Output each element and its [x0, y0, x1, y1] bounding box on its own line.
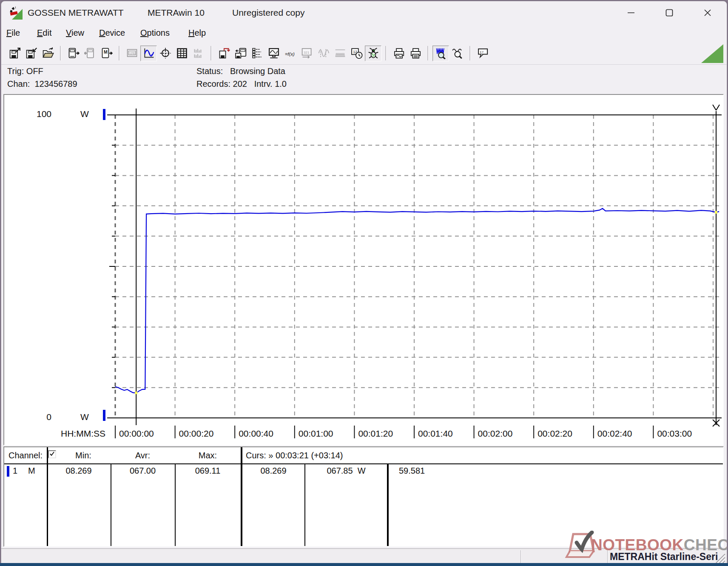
- minimize-button[interactable]: [619, 4, 643, 22]
- channel-status: Chan: 123456789: [7, 79, 77, 89]
- cell-avr: 067.00: [111, 466, 175, 476]
- x-tick-label: 00:01:00: [299, 429, 333, 438]
- read-device-icon: [68, 47, 80, 59]
- curve-view-button[interactable]: [140, 46, 157, 61]
- print-preview-icon: [393, 47, 405, 59]
- resize-grip[interactable]: [714, 552, 725, 563]
- table-view-icon: [176, 47, 188, 59]
- toolbar-separator: [385, 46, 387, 60]
- app-logo-icon: [9, 6, 23, 20]
- table-divider: [387, 464, 389, 546]
- browse-status: Status: Browsing Data: [196, 66, 285, 76]
- trigger-status: Trig: OFF: [7, 66, 43, 76]
- table-view-button[interactable]: [173, 46, 190, 61]
- export-data-button[interactable]: [216, 46, 232, 61]
- statusbar-divider: [520, 550, 521, 563]
- cell-delta: 59.581: [399, 466, 425, 476]
- col-header-cursor: Curs: » 00:03:21 (+03:14): [246, 451, 343, 460]
- y-unit-bottom-label: W: [80, 412, 89, 422]
- print-preview-button[interactable]: [390, 46, 407, 61]
- numeric-321-button: 321: [299, 46, 315, 61]
- table-divider: [175, 464, 176, 546]
- x-tick-label: 00:00:20: [179, 429, 214, 438]
- print-button[interactable]: [407, 46, 424, 61]
- app-window: GOSSEN METRAWATT METRAwin 10 Unregistere…: [1, 1, 727, 564]
- toolbar-separator: [469, 46, 471, 60]
- toolbar-separator: [119, 46, 120, 60]
- cell-max: 069.11: [175, 466, 241, 476]
- send-device-icon: [84, 47, 96, 59]
- tooltip-hint-button[interactable]: 1?: [475, 46, 491, 61]
- menu-options[interactable]: Options: [140, 28, 170, 38]
- x-tick-label: 00:02:40: [597, 429, 632, 438]
- zoom-signal-button[interactable]: [432, 46, 449, 61]
- channel-color-marker: [7, 466, 9, 477]
- numeric-display-icon: 1252: [126, 47, 138, 59]
- status-bar: METRAHit Starline-Seri: [1, 549, 727, 564]
- save-as-button[interactable]: [23, 46, 40, 61]
- x-tick-label: 00:03:00: [657, 429, 692, 438]
- debug-monitor-button[interactable]: [365, 46, 381, 61]
- x-tick-label: 00:00:00: [119, 429, 154, 438]
- channel-setup-button[interactable]: [249, 46, 265, 61]
- device-config-button[interactable]: [232, 46, 249, 61]
- time-setup-button[interactable]: 12: [348, 46, 365, 61]
- cell-min: 08.269: [47, 466, 111, 476]
- wave-envelope-icon: [334, 47, 346, 59]
- x-tick-label: 00:01:40: [418, 429, 453, 438]
- app-title: METRAwin 10: [148, 8, 205, 18]
- y-max-label: 100: [37, 109, 51, 119]
- toolbar-separator: [210, 46, 212, 60]
- cursor2-top-marker: [713, 105, 719, 110]
- y-max-channel-marker: [103, 109, 105, 120]
- save-as-icon: [26, 47, 37, 59]
- menu-device[interactable]: Device: [99, 28, 125, 38]
- table-divider: [111, 464, 111, 546]
- y-min-label: 0: [46, 412, 51, 422]
- device-config-icon: [235, 47, 247, 59]
- channel-visible-checkbox[interactable]: [48, 450, 56, 458]
- power-chart[interactable]: 100W0WHH:MM:SS00:00:0000:00:2000:00:4000…: [4, 95, 723, 445]
- debug-monitor-icon: [367, 47, 379, 59]
- menu-bar: FileEditViewDeviceOptionsHelp: [1, 26, 727, 42]
- cell-cursor1: 08.269: [242, 466, 304, 476]
- taskbar-edge: [0, 563, 728, 566]
- cell-channel-no: 1: [13, 466, 17, 476]
- curve-view-icon: [143, 47, 155, 59]
- monitor-view-button[interactable]: [265, 46, 282, 61]
- numeric-display-button: 1252: [124, 46, 140, 61]
- menu-view[interactable]: View: [66, 28, 84, 38]
- maximize-button[interactable]: [657, 4, 682, 22]
- x-axis-title: HH:MM:SS: [61, 429, 105, 438]
- time-setup-icon: 12: [351, 47, 363, 59]
- toolbar-separator: [427, 46, 429, 60]
- save-file-button[interactable]: [6, 46, 23, 61]
- memory-device-button[interactable]: M: [98, 46, 115, 61]
- menu-help[interactable]: Help: [188, 28, 206, 38]
- col-header-max: Max:: [175, 451, 241, 460]
- open-file-button[interactable]: [40, 46, 56, 61]
- svg-text:=f(x): =f(x): [285, 51, 295, 57]
- wave-cursors-button: [315, 46, 332, 61]
- formula-fx-button[interactable]: =f(x): [282, 46, 299, 61]
- statusbar-divider: [607, 550, 608, 563]
- menu-edit[interactable]: Edit: [37, 28, 51, 38]
- close-button[interactable]: [695, 4, 720, 22]
- zoom-wave-button[interactable]: [449, 46, 466, 61]
- x-tick-label: 00:02:00: [478, 429, 513, 438]
- print-icon: [410, 47, 421, 59]
- send-device-button: [82, 46, 98, 61]
- svg-text:1252: 1252: [129, 52, 136, 55]
- measurement-table: Channel: Min: Avr: Max: Curs: » 00:03:21…: [3, 446, 724, 547]
- table-header-underline: [4, 463, 723, 464]
- zoom-signal-icon: [435, 47, 447, 59]
- cursor-crosshair-button[interactable]: [157, 46, 173, 61]
- read-device-button[interactable]: [65, 46, 82, 61]
- title-bar: GOSSEN METRAWATT METRAwin 10 Unregistere…: [1, 1, 727, 26]
- menu-file[interactable]: File: [6, 28, 20, 38]
- app-brand: GOSSEN METRAWATT: [28, 8, 124, 18]
- records-status: Records: 202 Intrv. 1.0: [196, 79, 287, 89]
- x-tick-label: 00:00:40: [239, 429, 273, 438]
- wave-envelope-button: [332, 46, 348, 61]
- x-tick-label: 00:02:20: [537, 429, 572, 438]
